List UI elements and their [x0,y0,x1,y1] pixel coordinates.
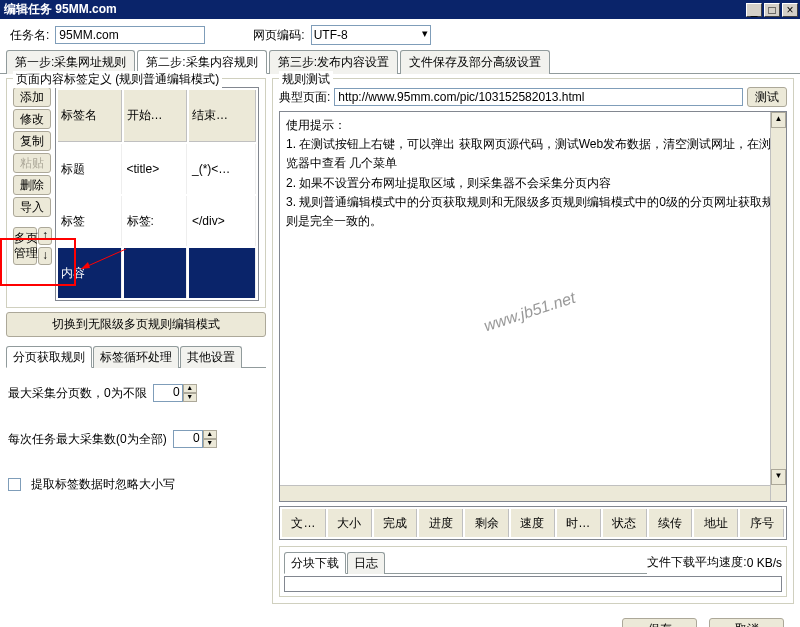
task-name-input[interactable]: 95MM.com [55,26,205,44]
maximize-button[interactable]: □ [764,3,780,17]
status-tab-log[interactable]: 日志 [347,552,385,574]
col-tagname[interactable]: 标签名 [58,90,122,142]
spinner-down-icon[interactable]: ▼ [183,393,197,402]
cancel-button[interactable]: 取消 [709,618,784,627]
subtab-loop[interactable]: 标签循环处理 [93,346,179,368]
ignore-case-label: 提取标签数据时忽略大小写 [31,476,175,493]
usage-line: 2. 如果不设置分布网址提取区域，则采集器不会采集分页内容 [286,174,780,193]
close-button[interactable]: × [782,3,798,17]
download-table[interactable]: 文… 大小 完成 进度 剩余 速度 时… 状态 续传 地址 序号 [279,506,787,540]
subtab-paging[interactable]: 分页获取规则 [6,346,92,368]
per-task-spinner[interactable]: 0 ▲▼ [173,430,217,448]
progress-bar [284,576,782,592]
usage-line: 1. 在测试按钮上右键，可以弹出 获取网页源代码，测试Web发布数据，清空测试网… [286,135,780,173]
per-task-label: 每次任务最大采集数(0为全部) [8,431,167,448]
usage-title: 使用提示： [286,116,780,135]
encoding-select[interactable]: UTF-8 [311,25,431,45]
copy-button[interactable]: 复制 [13,131,51,151]
spinner-up-icon[interactable]: ▲ [183,384,197,393]
switch-mode-button[interactable]: 切换到无限级多页规则编辑模式 [6,312,266,337]
bottom-buttons: 保存 取消 [0,610,800,627]
tags-table[interactable]: 标签名 开始… 结束… 标题<title>_(*)<… 标签标签:</div> … [55,87,259,301]
window-titlebar: 编辑任务 95MM.com _ □ × [0,0,800,19]
task-name-label: 任务名: [10,27,49,44]
usage-textarea[interactable]: 使用提示： 1. 在测试按钮上右键，可以弹出 获取网页源代码，测试Web发布数据… [279,111,787,502]
add-button[interactable]: 添加 [13,87,51,107]
tab-step4[interactable]: 文件保存及部分高级设置 [400,50,550,74]
test-button[interactable]: 测试 [747,87,787,107]
max-pages-label: 最大采集分页数，0为不限 [8,385,147,402]
avg-speed-value: 0 KB/s [747,556,782,570]
left-subtabs: 分页获取规则 标签循环处理 其他设置 [6,345,266,368]
save-button[interactable]: 保存 [622,618,697,627]
scroll-up-icon[interactable]: ▲ [771,112,786,128]
table-row[interactable]: 内容 [58,248,256,298]
import-button[interactable]: 导入 [13,197,51,217]
highlight-box [0,238,76,286]
usage-line: 3. 规则普通编辑模式中的分页获取规则和无限级多页规则编辑模式中的0级的分页网址… [286,193,780,231]
url-label: 典型页面: [279,89,330,106]
max-pages-spinner[interactable]: 0 ▲▼ [153,384,197,402]
edit-button[interactable]: 修改 [13,109,51,129]
scrollbar-horizontal[interactable] [280,485,770,501]
rule-test-legend: 规则测试 [279,71,333,88]
status-tab-blocks[interactable]: 分块下载 [284,552,346,574]
rule-test-group: 规则测试 典型页面: http://www.95mm.com/pic/10315… [272,78,794,604]
scroll-down-icon[interactable]: ▼ [771,469,786,485]
window-title: 编辑任务 95MM.com [2,1,744,18]
col-start[interactable]: 开始… [124,90,188,142]
delete-button[interactable]: 删除 [13,175,51,195]
paste-button: 粘贴 [13,153,51,173]
watermark: www.jb51.net [481,285,579,339]
avg-speed-label: 文件下载平均速度: [647,554,746,571]
col-end[interactable]: 结束… [189,90,256,142]
scrollbar-vertical[interactable]: ▲ ▼ [770,112,786,501]
encoding-label: 网页编码: [253,27,304,44]
table-row[interactable]: 标题<title>_(*)<… [58,144,256,194]
subtab-other[interactable]: 其他设置 [180,346,242,368]
tag-group-legend: 页面内容标签定义 (规则普通编辑模式) [13,71,222,88]
ignore-case-checkbox[interactable] [8,478,21,491]
url-input[interactable]: http://www.95mm.com/pic/103152582013.htm… [334,88,743,106]
table-row[interactable]: 标签标签:</div> [58,196,256,246]
minimize-button[interactable]: _ [746,3,762,17]
spinner-down-icon[interactable]: ▼ [203,439,217,448]
spinner-up-icon[interactable]: ▲ [203,430,217,439]
top-row: 任务名: 95MM.com 网页编码: UTF-8 [0,19,800,49]
